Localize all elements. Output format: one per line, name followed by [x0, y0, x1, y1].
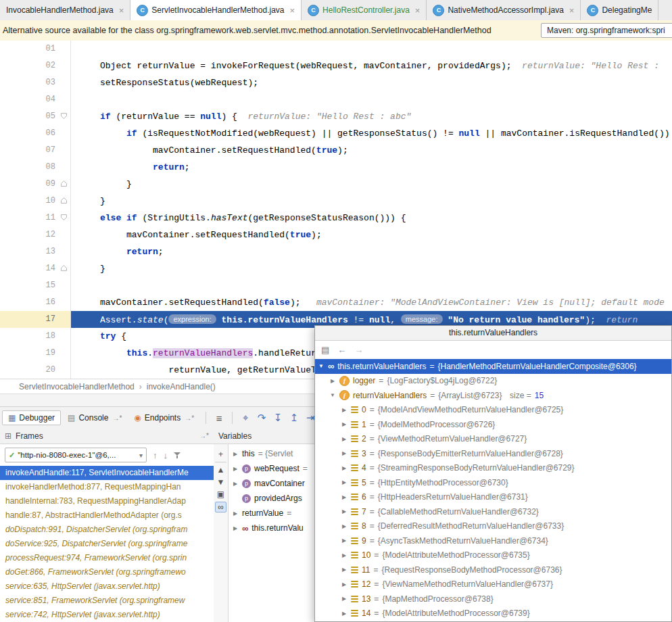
close-icon[interactable]: ×	[569, 5, 575, 16]
code-text[interactable]: mavContainer.setRequestHandled(true);	[71, 226, 672, 243]
gutter[interactable]: 10	[0, 193, 71, 210]
expand-icon[interactable]: ▶	[232, 510, 239, 517]
previous-frame-icon[interactable]: ↑	[153, 450, 158, 460]
collapse-icon[interactable]: ▼	[318, 363, 325, 369]
code-text[interactable]: Object returnValue = invokeForRequest(we…	[71, 57, 672, 74]
gutter[interactable]: 12	[0, 226, 71, 243]
expand-icon[interactable]: ▶	[341, 421, 347, 427]
toolwindow-tab-debugger[interactable]: ▦Debugger	[2, 410, 61, 425]
variable-tree-row[interactable]: ▶0 = {ModelAndViewMethodReturnValueHandl…	[315, 403, 671, 418]
expand-icon[interactable]: ▶	[341, 494, 347, 500]
variable-tree-row[interactable]: ▶6 = {HttpHeadersReturnValueHandler@6731…	[315, 490, 671, 505]
close-icon[interactable]: ×	[415, 5, 421, 16]
variable-tree-row[interactable]: ▶1 = {ModelMethodProcessor@6726}	[315, 417, 671, 432]
move-up-icon[interactable]: ▲	[216, 465, 226, 475]
editor-tab[interactable]: CHelloRestController.java×	[302, 0, 427, 20]
gutter[interactable]: 17	[0, 311, 71, 328]
code-text[interactable]: mavContainer.setRequestHandled(true);	[71, 142, 672, 159]
code-line[interactable]: 06 if (isRequestNotModified(webRequest) …	[0, 125, 672, 142]
gutter[interactable]: 06	[0, 125, 71, 142]
gutter[interactable]: 15	[0, 277, 71, 294]
code-text[interactable]: return;	[71, 159, 672, 176]
popup-title[interactable]: this.returnValueHandlers	[315, 326, 671, 341]
gutter[interactable]: 09	[0, 176, 71, 193]
code-line[interactable]: 10 }	[0, 193, 672, 210]
variable-tree-row[interactable]: ▶8 = {DeferredResultMethodReturnValueHan…	[315, 519, 671, 534]
editor-tab[interactable]: CDelegatingMe	[581, 0, 658, 20]
gutter[interactable]: 08	[0, 159, 71, 176]
code-text[interactable]: if (returnValue == null) { returnValue: …	[71, 108, 672, 125]
variable-tree-row[interactable]: ▶14 = {ModelAttributeMethodProcessor@673…	[315, 606, 671, 621]
gutter[interactable]: 05	[0, 108, 71, 125]
forward-icon[interactable]: →	[354, 345, 363, 355]
variable-tree-row[interactable]: ▼freturnValueHandlers = {ArrayList@6723}…	[315, 388, 671, 403]
variable-tree-row[interactable]: ▶9 = {AsyncTaskMethodReturnValueHandler@…	[315, 533, 671, 548]
code-text[interactable]: }	[71, 193, 672, 210]
expand-icon[interactable]: ▶	[341, 537, 347, 544]
stack-frame-row[interactable]: doGet:866, FrameworkServlet (org.springf…	[0, 565, 214, 579]
fold-marker-icon[interactable]	[57, 112, 70, 121]
expand-icon[interactable]: ▶	[232, 525, 239, 531]
expand-icon[interactable]: ▶	[341, 523, 347, 529]
expand-icon[interactable]: ▶	[341, 567, 347, 573]
code-text[interactable]: else if (StringUtils.hasText(getResponse…	[71, 210, 672, 226]
thread-selector[interactable]: ✓ "http-nio-8080-exec-1"@6,... ▾	[5, 448, 147, 462]
code-text[interactable]: if (isRequestNotModified(webRequest) || …	[71, 125, 672, 142]
copy-icon[interactable]: ▣	[216, 489, 226, 499]
fold-marker-icon[interactable]	[57, 180, 70, 189]
move-down-icon[interactable]: ▼	[216, 477, 226, 487]
close-icon[interactable]: ×	[119, 5, 124, 16]
code-text[interactable]: setResponseStatus(webRequest);	[71, 74, 672, 91]
collapse-icon[interactable]: ▼	[329, 392, 336, 398]
code-line[interactable]: 03 setResponseStatus(webRequest);	[0, 74, 672, 91]
code-line[interactable]: 15	[0, 277, 672, 294]
variable-tree-row[interactable]: ▶10 = {ModelAttributeMethodProcessor@673…	[315, 548, 671, 563]
variable-tree-row[interactable]: ▶2 = {ViewMethodReturnValueHandler@6727}	[315, 432, 671, 447]
stack-frame-row[interactable]: handleInternal:783, RequestMappingHandle…	[0, 494, 214, 508]
expand-icon[interactable]: ▶	[232, 481, 239, 487]
expand-icon[interactable]: ▶	[341, 407, 347, 413]
gutter[interactable]: 14	[0, 260, 71, 277]
gutter[interactable]: 19	[0, 345, 71, 362]
breadcrumb-item[interactable]: invokeAndHandle()	[147, 382, 216, 391]
step-over-icon[interactable]: ↷	[254, 412, 270, 424]
fold-marker-icon[interactable]	[57, 214, 70, 222]
variable-tree-row[interactable]: ▼∞this.returnValueHandlers = {HandlerMet…	[315, 359, 671, 374]
gutter[interactable]: 18	[0, 328, 71, 345]
stack-frame-row[interactable]: doDispatch:991, DispatcherServlet (org.s…	[0, 523, 214, 537]
expand-icon[interactable]: ▶	[341, 436, 347, 442]
expand-icon[interactable]: ▶	[329, 378, 336, 384]
expand-icon[interactable]: ▶	[341, 508, 347, 515]
editor-tab[interactable]: CServletInvocableHandlerMethod.java×	[130, 0, 302, 20]
fold-marker-icon[interactable]	[57, 264, 70, 273]
code-text[interactable]: mavContainer.setRequestHandled(false); m…	[71, 294, 672, 311]
gutter[interactable]: 07	[0, 142, 71, 159]
gutter[interactable]: 11	[0, 210, 71, 226]
gutter[interactable]: 20	[0, 362, 71, 379]
maven-source-selector[interactable]: Maven: org.springframework:spri	[541, 23, 672, 38]
structure-icon[interactable]: ▤	[321, 345, 329, 355]
gutter[interactable]: 13	[0, 243, 71, 260]
layout-menu-icon[interactable]: ≡	[211, 412, 227, 424]
code-text[interactable]: }	[71, 260, 672, 277]
variable-tree-row[interactable]: ▶13 = {MapMethodProcessor@6738}	[315, 592, 671, 606]
variable-tree-row[interactable]: ▶12 = {ViewNameMethodReturnValueHandler@…	[315, 577, 671, 592]
expand-icon[interactable]: ▶	[341, 581, 347, 588]
gutter[interactable]: 02	[0, 57, 71, 74]
gutter[interactable]: 03	[0, 74, 71, 91]
toolwindow-tab-endpoints[interactable]: ◉Endpoints→*	[128, 411, 199, 425]
code-line[interactable]: 11 else if (StringUtils.hasText(getRespo…	[0, 210, 672, 226]
back-icon[interactable]: ←	[337, 345, 346, 355]
expand-icon[interactable]: ▶	[341, 450, 347, 456]
stack-frame-row[interactable]: service:635, HttpServlet (javax.servlet.…	[0, 579, 214, 594]
gutter[interactable]: 16	[0, 294, 71, 311]
code-line[interactable]: 13 return;	[0, 243, 672, 260]
code-line[interactable]: 07 mavContainer.setRequestHandled(true);	[0, 142, 672, 159]
expand-icon[interactable]: ▶	[341, 611, 347, 617]
step-out-icon[interactable]: ↥	[286, 412, 302, 424]
breadcrumb-item[interactable]: ServletInvocableHandlerMethod	[19, 382, 135, 391]
gutter[interactable]: 04	[0, 91, 71, 108]
code-text[interactable]: }	[71, 176, 672, 193]
expand-icon[interactable]: ▶	[232, 451, 239, 457]
code-line[interactable]: 01	[0, 41, 672, 57]
